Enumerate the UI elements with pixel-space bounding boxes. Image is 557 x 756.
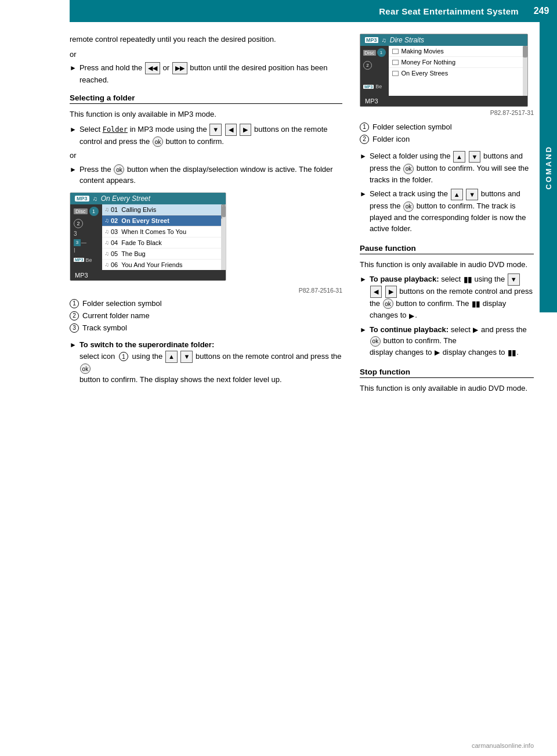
ref-circle-inline: 1 [119, 352, 128, 361]
ok-key-3: ok [80, 363, 91, 374]
bullet4c-text: buttons on the remote control and press … [196, 352, 342, 361]
selecting-folder-heading: Selecting a folder [70, 93, 342, 104]
track-row-5: ♫ 05 The Bug [102, 249, 222, 260]
folder-icon-1 [392, 49, 399, 54]
right-bullet-2: ► Select a track using the ▲ ▼ buttons a… [360, 188, 534, 234]
track-row-highlighted: ♫ 01 Calling Elvis [102, 204, 222, 215]
next-track-key: ▶▶ [172, 62, 187, 74]
down-key-r: ▼ [469, 151, 481, 163]
header-left-space [0, 0, 70, 22]
right-ref-circle-2: 2 [360, 135, 369, 144]
bullet2-text: Select [79, 125, 100, 134]
ref-item-2: 2 Current folder name [70, 311, 342, 321]
down-key-2: ▼ [180, 351, 193, 363]
pause-bullet-1: ► To pause playback: select ▮▮ using the… [360, 273, 534, 321]
pause-icon-3: ▮▮ [508, 347, 516, 359]
bullet1-text: Press and hold the [79, 63, 142, 72]
rs-circle-2: 2 [363, 61, 372, 70]
continue-confirm: button to confirm. The [384, 336, 457, 345]
up-key-2: ▲ [165, 351, 178, 363]
up-key-r2: ▲ [451, 189, 463, 201]
ref-circle-2: 2 [70, 311, 79, 321]
stop-heading: Stop function [360, 368, 534, 378]
ok-key-2: ok [114, 164, 124, 175]
comand-sidebar: COMAND [540, 22, 557, 312]
continue-and-press: and press the [481, 325, 527, 334]
label-i: I [74, 247, 99, 254]
bullet-3: ► Press the ok button when the display/s… [70, 164, 342, 186]
be-text: Be [85, 257, 92, 263]
play-icon-3: ▶ [435, 347, 440, 358]
rs-be: Be [375, 84, 382, 89]
rs-body: Disc 1 2 MP3 Be Making Movies [360, 46, 527, 96]
right-ref2-text: Folder icon [372, 134, 410, 145]
pause-bold: To pause playback: [370, 275, 439, 283]
bullet4b-text: using the [132, 352, 163, 361]
right-bullet1-bold: Select a folder using the [370, 152, 450, 160]
pause-using: using the [474, 275, 505, 283]
pause-intro: This function is only available in audio… [360, 259, 534, 271]
rs-bottom-bar: MP3 [360, 96, 527, 106]
screenshot-caption-2: P82.87-2517-31 [360, 109, 534, 116]
bullet2d-text: button to confirm. [166, 137, 224, 146]
disc-label: Disc [74, 208, 88, 214]
track-row-6: ♫ 06 You And Your Friends [102, 260, 222, 270]
left-key-p: ◀ [370, 286, 382, 298]
bullet-4: ► To switch to the superordinate folder:… [70, 339, 342, 385]
circle-2: 2 [74, 219, 83, 228]
rs-track-list: Making Movies Money For Nothing On Every… [389, 46, 523, 96]
right-ref-2: 2 Folder icon [360, 134, 534, 145]
rs-row-3: On Every Strees [389, 68, 523, 78]
rs-row-2: Money For Nothing [389, 57, 523, 68]
header-title-bar: Rear Seat Entertainment System [70, 0, 526, 22]
rs-scrollbar-thumb [523, 46, 527, 57]
ref-item-3: 3 Track symbol [70, 323, 342, 333]
right-bullet-arrow-2: ► [360, 189, 367, 199]
mp3-badge-small: MP3 [74, 258, 84, 262]
folder-icon-3 [392, 71, 399, 76]
right-bullet-1: ► Select a folder using the ▲ ▼ buttons … [360, 150, 534, 185]
right-key: ▶ [240, 124, 251, 136]
rs-title: Dire Straits [390, 36, 424, 44]
page-title: Rear Seat Entertainment System [379, 6, 519, 16]
bullet-1: ► Press and hold the ◀◀ or ▶▶ button unt… [70, 62, 342, 85]
ok-key-1: ok [153, 136, 163, 147]
bullet4d-text: button to confirm. The display shows the… [79, 375, 282, 384]
bullet-arrow-3: ► [70, 164, 77, 175]
right-bullet2-bold: Select a track using the [370, 189, 448, 198]
or-text-1: or [70, 49, 342, 60]
rs-mp3: MP3 [365, 37, 378, 43]
continue-bold: To continue playback: [370, 325, 449, 334]
track-row-4: ♫ 04 Fade To Black [102, 237, 222, 249]
folder-code: Folder [103, 125, 128, 134]
section1-intro: This function is only available in MP3 m… [70, 109, 342, 120]
bullet3-text: Press the [79, 165, 111, 174]
ref3-text: Track symbol [82, 323, 127, 333]
num-3: 3 [74, 231, 99, 237]
left-column: remote control repeatedly until you reac… [70, 34, 342, 398]
comand-label: COMAND [544, 145, 553, 190]
screenshot-track-list: ♫ 01 Calling Elvis ♫ 02 On Every Street … [102, 204, 222, 270]
bullet1b-text: or [163, 63, 170, 72]
rs-circle-1: 1 [377, 48, 386, 57]
pause-icon-2: ▮▮ [472, 298, 480, 310]
left-key: ◀ [225, 124, 237, 136]
stop-intro: This function is only available in audio… [360, 383, 534, 394]
pause-text: select [441, 275, 461, 283]
ok-key-r2: ok [403, 201, 414, 212]
continue-the: display changes to [370, 348, 432, 357]
bullet-2: ► Select Folder in MP3 mode using the ▼ … [70, 124, 342, 147]
rs-disc-label: Disc [363, 50, 376, 56]
mp3-badge-1: MP3 [75, 196, 89, 201]
ok-key-p: ok [383, 298, 393, 309]
right-ref-circle-1: 1 [360, 123, 369, 132]
arrow-icon: — [81, 240, 86, 246]
screenshot-bottom-bar-1: MP3 [70, 270, 226, 280]
bullet-arrow-4: ► [70, 340, 77, 350]
rs-empty-space [389, 78, 523, 96]
bullet-arrow-2: ► [70, 124, 77, 135]
folder-icon-2 [392, 60, 399, 65]
screenshot-1: MP3 ♫ On Every Street Disc 1 2 3 [70, 192, 226, 281]
prev-track-key: ◀◀ [145, 62, 160, 74]
screenshot-topbar-1: MP3 ♫ On Every Street [70, 193, 226, 204]
